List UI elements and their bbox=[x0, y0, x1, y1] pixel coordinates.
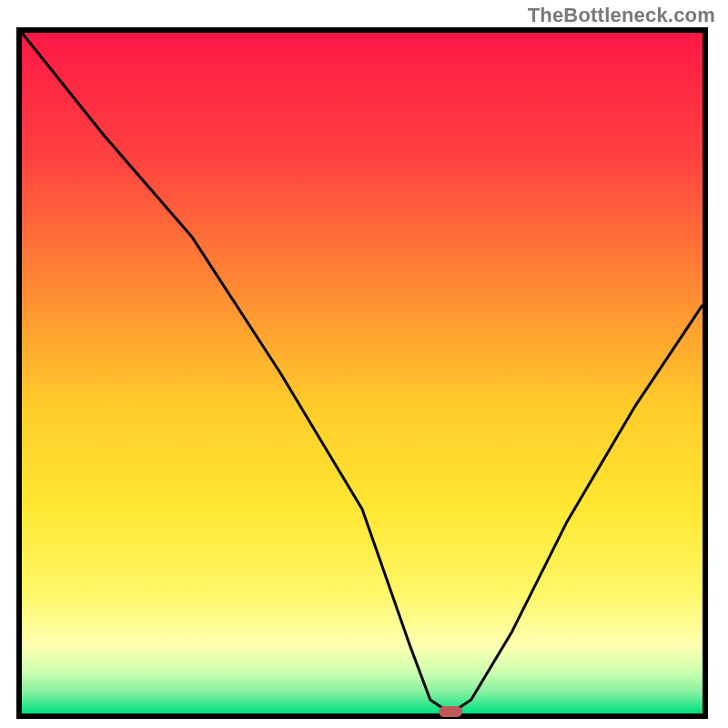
bottleneck-chart bbox=[16, 27, 708, 719]
chart-background bbox=[22, 33, 703, 713]
chart-container: TheBottleneck.com bbox=[0, 0, 728, 728]
watermark-text: TheBottleneck.com bbox=[528, 4, 715, 27]
optimal-marker bbox=[439, 706, 462, 717]
